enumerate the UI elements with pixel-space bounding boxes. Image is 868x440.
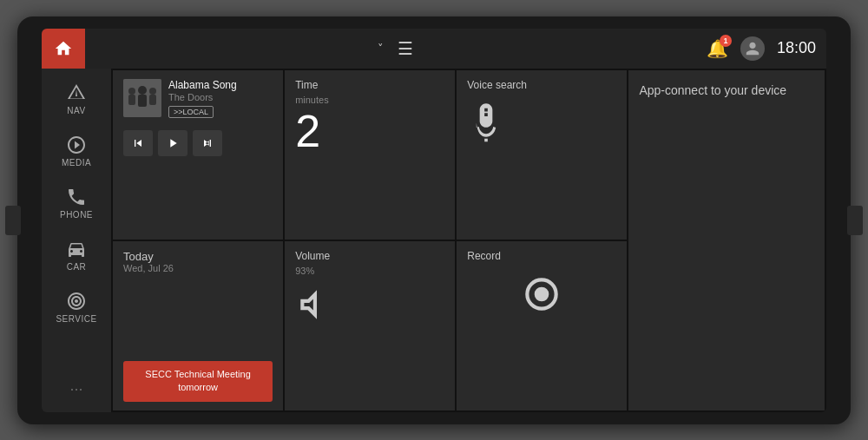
user-avatar[interactable] [740,36,765,61]
play-button[interactable] [158,130,187,156]
volume-tile[interactable]: Volume 93% [285,241,455,410]
nav-label: NAV [67,106,85,115]
device-frame: ˅ ☰ 🔔 1 18:00 [17,16,851,424]
nav-icon [66,82,87,103]
svg-point-3 [138,86,147,95]
screen: ˅ ☰ 🔔 1 18:00 [42,29,826,412]
music-info: Alabama Song The Doors >>LOCAL [123,79,273,119]
calendar-today-label: Today [123,250,273,263]
sidebar-item-phone[interactable]: PHONE [42,178,111,228]
next-icon [201,136,214,150]
calendar-tile[interactable]: Today Wed, Jul 26 SECC Technical Meeting… [113,241,283,410]
record-icon [467,273,616,316]
home-icon [54,39,73,58]
home-button[interactable] [42,29,85,69]
top-bar-right: 🔔 1 18:00 [707,36,816,61]
top-bar-center: ˅ ☰ [85,38,707,59]
calendar-date: Wed, Jul 26 [123,263,273,273]
album-art [123,79,161,117]
car-icon [66,239,87,259]
svg-rect-2 [128,95,135,105]
clock-display: 18:00 [777,39,816,57]
svg-point-5 [149,88,156,95]
time-tile-label: Time [295,79,444,91]
voice-label: Voice search [467,79,616,91]
media-icon [66,135,87,155]
more-dots[interactable]: ··· [69,371,82,407]
bracket-left [5,206,21,235]
sidebar-item-service[interactable]: SERVICE [42,282,111,332]
main-grid: Alabama Song The Doors >>LOCAL [111,69,826,412]
prev-button[interactable] [123,130,153,156]
app-connect-text: App-connect to your device [639,82,814,100]
track-artist: The Doors [168,92,273,102]
track-title: Alabama Song [168,79,273,93]
main-content: NAV MEDIA PHONE [42,69,826,412]
time-tile[interactable]: Time minutes 2 [285,70,455,240]
volume-icon [295,283,444,335]
record-label: Record [467,250,616,262]
notification-button[interactable]: 🔔 1 [707,38,728,59]
microphone-icon [467,102,616,159]
next-button[interactable] [193,130,222,156]
phone-label: PHONE [60,210,93,220]
sidebar: NAV MEDIA PHONE [42,69,111,412]
svg-rect-4 [138,95,147,107]
prev-icon [131,136,145,150]
sidebar-item-nav[interactable]: NAV [42,74,111,124]
play-icon [166,136,180,150]
service-label: SERVICE [56,314,96,324]
sidebar-item-car[interactable]: CAR [42,230,111,280]
volume-label: Volume [295,250,444,262]
record-svg [520,273,563,316]
car-label: CAR [67,262,87,272]
calendar-event: SECC Technical Meeting tomorrow [123,361,273,402]
chevron-icon: ˅ [378,42,384,55]
svg-point-8 [535,286,549,301]
sidebar-item-media[interactable]: MEDIA [42,126,111,176]
svg-rect-6 [149,95,156,105]
notification-badge: 1 [720,35,732,47]
album-art-image [123,79,161,117]
phone-icon [66,187,87,207]
menu-icon[interactable]: ☰ [398,38,413,59]
user-icon [745,41,760,56]
record-tile[interactable]: Record [457,241,627,410]
voice-search-tile[interactable]: Voice search [457,70,627,240]
media-label: MEDIA [62,158,91,167]
top-bar: ˅ ☰ 🔔 1 18:00 [42,29,826,69]
mic-svg [467,102,505,150]
volume-svg [295,283,339,326]
local-badge: >>LOCAL [168,106,214,118]
svg-point-1 [128,88,135,95]
playback-controls [123,130,273,156]
music-tile[interactable]: Alabama Song The Doors >>LOCAL [113,70,283,240]
time-sub-label: minutes [295,95,444,105]
service-icon [66,291,87,312]
time-value: 2 [295,108,444,154]
app-connect-tile[interactable]: App-connect to your device [628,70,825,410]
bracket-right [847,206,863,235]
track-info: Alabama Song The Doors >>LOCAL [168,79,273,119]
volume-value: 93% [295,266,444,276]
